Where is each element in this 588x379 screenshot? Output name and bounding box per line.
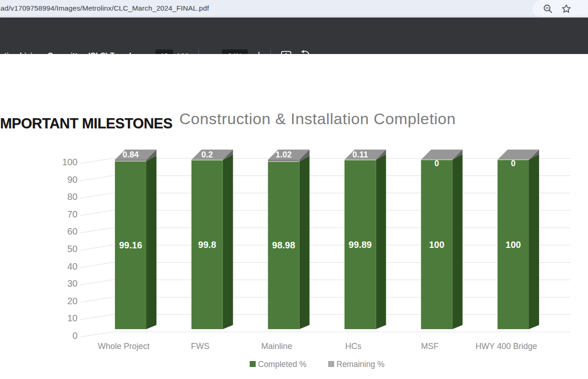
y-tick-label: 80 xyxy=(67,192,78,202)
y-tick-label: 30 xyxy=(67,278,78,289)
completion-chart: Construction & Installation Completion01… xyxy=(0,102,588,379)
pdf-viewer-toolbar: ction Liaison Committee (CLC) Tuesda... … xyxy=(0,18,588,54)
bookmark-star-icon[interactable] xyxy=(561,4,571,14)
remaining-value-label: 0.84 xyxy=(122,150,138,159)
grid-depth-line xyxy=(80,158,112,163)
completed-value-label: 99.16 xyxy=(119,240,142,250)
zoom-indicator-icon[interactable] xyxy=(543,4,553,14)
grid-depth-line xyxy=(80,176,112,181)
legend-label: Completed % xyxy=(258,360,306,369)
remaining-value-label: 0 xyxy=(511,159,516,168)
y-tick-label: 20 xyxy=(67,296,78,306)
bar-side-face xyxy=(452,154,462,329)
remaining-value-label: 0.11 xyxy=(352,150,368,159)
grid-depth-line xyxy=(80,193,112,198)
legend-swatch xyxy=(250,361,256,367)
y-tick-label: 70 xyxy=(67,209,78,219)
category-label: HCs xyxy=(345,342,361,351)
bar-side-face xyxy=(223,155,233,329)
completed-value-label: 99.89 xyxy=(348,240,372,250)
y-tick-label: 90 xyxy=(67,174,78,185)
y-tick-label: 100 xyxy=(62,157,78,167)
grid-depth-line xyxy=(80,263,112,268)
completed-value-label: 100 xyxy=(429,240,444,250)
y-tick-label: 0 xyxy=(72,331,78,341)
browser-omnibox-bar: ad/v1709758994/Images/Metrolinx/CLC_Marc… xyxy=(0,0,588,18)
chart-title: Construction & Installation Completion xyxy=(179,110,456,127)
category-label: Whole Project xyxy=(98,342,150,351)
omnibox-right-pill xyxy=(533,0,588,18)
grid-depth-line xyxy=(80,211,112,216)
y-tick-label: 40 xyxy=(67,261,78,271)
bar-side-face xyxy=(146,156,156,329)
category-label: HWY 400 Bridge xyxy=(475,342,537,351)
grid-depth-line xyxy=(80,332,112,337)
address-bar-url[interactable]: ad/v1709758994/Images/Metrolinx/CLC_Marc… xyxy=(0,4,209,12)
grid-depth-line xyxy=(80,228,112,233)
grid-depth-line xyxy=(80,280,112,285)
bar-side-face xyxy=(300,156,310,329)
y-tick-label: 60 xyxy=(67,226,78,236)
grid-depth-line xyxy=(80,314,112,319)
remaining-value-label: 1.02 xyxy=(276,150,292,159)
category-label: Mainline xyxy=(261,342,292,351)
completed-value-label: 99.8 xyxy=(198,240,216,250)
category-label: MSF xyxy=(421,342,438,351)
category-label: FWS xyxy=(191,342,210,351)
completed-value-label: 100 xyxy=(505,240,521,250)
y-tick-label: 10 xyxy=(67,313,78,323)
grid-depth-line xyxy=(80,245,112,250)
completed-value-label: 98.98 xyxy=(272,240,295,250)
grid-depth-line xyxy=(80,297,112,302)
legend-label: Remaining % xyxy=(336,360,384,369)
bar-side-face xyxy=(529,154,539,329)
y-tick-label: 50 xyxy=(67,244,78,254)
bar-side-face xyxy=(376,154,386,329)
remaining-value-label: 0.2 xyxy=(201,150,213,159)
remaining-value-label: 0 xyxy=(434,159,439,168)
legend-swatch xyxy=(328,361,334,367)
